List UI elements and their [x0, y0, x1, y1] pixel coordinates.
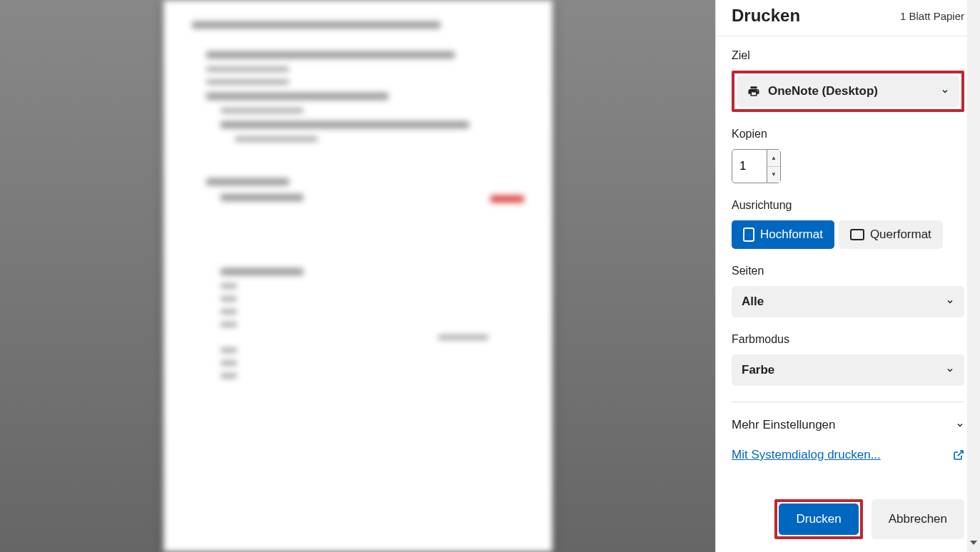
copies-label: Kopien — [732, 128, 964, 140]
system-dialog-link[interactable]: Mit Systemdialog drucken... — [732, 448, 964, 462]
print-settings-sidebar: Drucken 1 Blatt Papier Ziel OneNote (Des… — [715, 0, 980, 552]
sidebar-header: Drucken 1 Blatt Papier — [716, 0, 980, 36]
chevron-down-icon — [956, 421, 964, 429]
svg-rect-0 — [744, 228, 754, 241]
pages-value: Alle — [742, 295, 764, 309]
color-mode-dropdown[interactable]: Farbe — [732, 354, 964, 386]
external-link-icon — [953, 449, 964, 461]
pages-label: Seiten — [732, 265, 964, 277]
sidebar-content[interactable]: Ziel OneNote (Desktop) Kopien — [716, 36, 980, 489]
print-button[interactable]: Drucken — [779, 504, 858, 535]
svg-line-2 — [958, 451, 963, 456]
destination-value: OneNote (Desktop) — [768, 84, 878, 98]
color-mode-value: Farbe — [742, 363, 774, 377]
sidebar-footer: Drucken Abbrechen — [716, 489, 980, 552]
destination-dropdown[interactable]: OneNote (Desktop) — [737, 76, 959, 107]
svg-rect-1 — [851, 230, 864, 240]
orientation-portrait-button[interactable]: Hochformat — [732, 220, 834, 249]
destination-label: Ziel — [732, 49, 964, 62]
destination-highlight: OneNote (Desktop) — [732, 71, 964, 112]
chevron-down-icon — [946, 366, 954, 374]
printer-icon — [747, 85, 761, 98]
color-mode-label: Farbmodus — [732, 333, 964, 346]
orientation-label: Ausrichtung — [732, 199, 964, 212]
divider — [732, 402, 964, 402]
outer-scrollbar[interactable] — [967, 0, 980, 552]
copies-decrement[interactable]: ▼ — [767, 167, 780, 183]
sheet-count: 1 Blatt Papier — [900, 10, 964, 22]
more-settings-toggle[interactable]: Mehr Einstellungen — [732, 415, 964, 435]
copies-increment[interactable]: ▲ — [767, 150, 780, 167]
document-preview — [163, 0, 552, 552]
print-button-highlight: Drucken — [774, 499, 862, 539]
pages-dropdown[interactable]: Alle — [732, 286, 964, 317]
orientation-landscape-button[interactable]: Querformat — [839, 220, 943, 249]
cancel-button[interactable]: Abbrechen — [872, 499, 964, 539]
chevron-down-icon — [946, 297, 954, 306]
print-preview-area — [0, 0, 715, 552]
scroll-down-arrow-icon — [970, 541, 977, 545]
portrait-page-icon — [743, 228, 754, 242]
copies-input[interactable] — [732, 149, 767, 183]
landscape-page-icon — [850, 229, 864, 240]
chevron-down-icon — [941, 87, 949, 96]
dialog-title: Drucken — [732, 6, 800, 26]
